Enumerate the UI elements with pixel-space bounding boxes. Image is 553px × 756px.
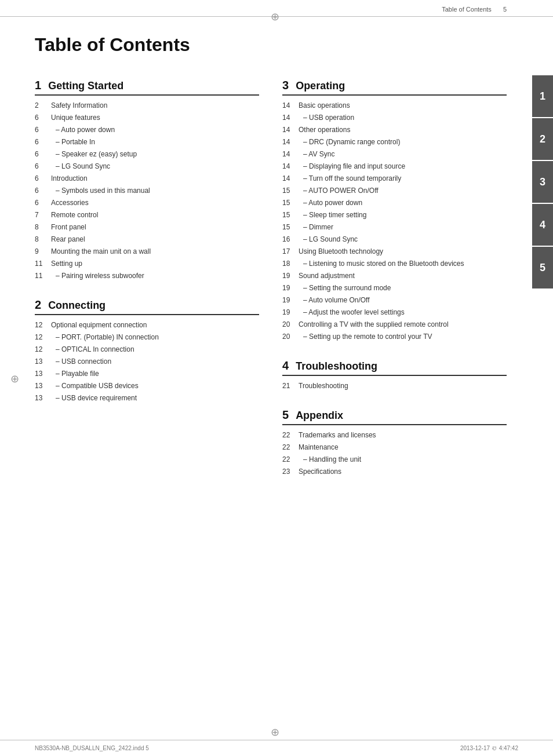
toc-entry: 14– DRC (Dynamic range control) xyxy=(282,137,507,147)
toc-entry-text: Using Bluetooth technology xyxy=(299,246,507,257)
footer-left: NB3530A-NB_DUSALLN_ENG_2422.indd 5 xyxy=(35,745,149,751)
toc-page-num: 13 xyxy=(35,368,51,379)
toc-page-num: 6 xyxy=(35,198,51,208)
toc-entry-text: Front panel xyxy=(51,222,259,232)
toc-entry: 20Controlling a TV with the supplied rem… xyxy=(282,319,507,330)
toc-page-num: 6 xyxy=(35,185,51,196)
toc-entry: 17Using Bluetooth technology xyxy=(282,246,507,257)
section-2: 2Connecting12Optional equipment connecti… xyxy=(35,298,259,403)
toc-entry: 22– Handling the unit xyxy=(282,454,507,465)
toc-page-num: 13 xyxy=(35,356,51,367)
toc-entry-text: – USB connection xyxy=(51,356,259,367)
toc-page-num: 14 xyxy=(282,173,299,184)
toc-entry-text: – Playable file xyxy=(51,368,259,379)
toc-left-column: 1Getting Started2Safety Information6Uniq… xyxy=(35,79,259,494)
footer-right: 2013-12-17 ꀀ 4:47:42 xyxy=(460,745,518,751)
toc-entry-text: – Setting the surround mode xyxy=(299,283,507,293)
toc-entry-text: – Setting up the remote to control your … xyxy=(299,331,507,342)
section-4: 4Troubleshooting21Troubleshooting xyxy=(282,359,507,391)
toc-entry: 19– Setting the surround mode xyxy=(282,283,507,293)
toc-entry-text: – Auto power down xyxy=(299,198,507,208)
toc-entry-text: Unique features xyxy=(51,112,259,123)
toc-page-num: 19 xyxy=(282,295,299,305)
toc-entry: 8Front panel xyxy=(35,222,259,232)
toc-entry-text: Maintenance xyxy=(299,442,507,452)
toc-page-num: 11 xyxy=(35,258,51,269)
toc-page-num: 14 xyxy=(282,100,299,111)
toc-entry: 13– USB device requirement xyxy=(35,393,259,403)
toc-entry-text: Other operations xyxy=(299,125,507,135)
toc-entry: 7Remote control xyxy=(35,210,259,220)
toc-entry: 22Maintenance xyxy=(282,442,507,452)
toc-entry: 15– Auto power down xyxy=(282,198,507,208)
toc-entry-text: – USB device requirement xyxy=(51,393,259,403)
section-header-4: 4Troubleshooting xyxy=(282,359,507,376)
toc-entry: 11Setting up xyxy=(35,258,259,269)
toc-page-num: 19 xyxy=(282,271,299,281)
toc-entry-text: – Symbols used in this manual xyxy=(51,185,259,196)
toc-entry: 19– Auto volume On/Off xyxy=(282,295,507,305)
toc-page-num: 20 xyxy=(282,319,299,330)
toc-entry-text: – PORT. (Portable) IN connection xyxy=(51,332,259,342)
toc-entry-text: Setting up xyxy=(51,258,259,269)
toc-page-num: 13 xyxy=(35,381,51,391)
toc-entry: 14– Displaying file and input source xyxy=(282,161,507,171)
toc-entry: 14Other operations xyxy=(282,125,507,135)
toc-page-num: 6 xyxy=(35,149,51,159)
toc-page-num: 15 xyxy=(282,222,299,232)
side-tab-5[interactable]: 5 xyxy=(532,247,553,288)
toc-page-num: 19 xyxy=(282,307,299,317)
toc-entry-text: – Auto volume On/Off xyxy=(299,295,507,305)
section-header-2: 2Connecting xyxy=(35,298,259,315)
toc-entry-text: – Handling the unit xyxy=(299,454,507,465)
toc-entry-text: Mounting the main unit on a wall xyxy=(51,246,259,257)
toc-entry-text: Optional equipment connection xyxy=(51,320,259,330)
toc-entry: 6– Speaker ez (easy) setup xyxy=(35,149,259,159)
toc-entry-text: – Portable In xyxy=(51,137,259,147)
toc-page-num: 14 xyxy=(282,112,299,123)
toc-page-num: 6 xyxy=(35,173,51,184)
toc-page-num: 2 xyxy=(35,100,51,111)
toc-entry: 6Introduction xyxy=(35,173,259,184)
toc-page-num: 18 xyxy=(282,258,299,269)
toc-entry-text: – USB operation xyxy=(299,112,507,123)
toc-entry: 23Specifications xyxy=(282,466,507,477)
toc-entry-text: – OPTICAL In connection xyxy=(51,344,259,355)
toc-page-num: 17 xyxy=(282,246,299,257)
side-tab-3[interactable]: 3 xyxy=(532,161,553,203)
toc-entry-text: – LG Sound Sync xyxy=(51,161,259,171)
section-title-5: Appendix xyxy=(296,410,343,422)
crosshair-left xyxy=(10,372,22,384)
toc-entry: 2Safety Information xyxy=(35,100,259,111)
section-title-2: Connecting xyxy=(48,300,105,312)
section-title-3: Operating xyxy=(296,80,345,92)
toc-entry-text: – Compatible USB devices xyxy=(51,381,259,391)
main-content: Table of Contents 1Getting Started2Safet… xyxy=(0,17,553,517)
toc-entry-text: Specifications xyxy=(299,466,507,477)
toc-entry-text: Trademarks and licenses xyxy=(299,430,507,440)
toc-right-column: 3Operating14Basic operations14– USB oper… xyxy=(282,79,507,494)
toc-entry-text: Accessories xyxy=(51,198,259,208)
toc-entry: 13– USB connection xyxy=(35,356,259,367)
toc-page-num: 22 xyxy=(282,442,299,452)
toc-page-num: 20 xyxy=(282,331,299,342)
toc-entry-text: Sound adjustment xyxy=(299,271,507,281)
side-tabs: 1 2 3 4 5 xyxy=(532,75,553,288)
toc-page-num: 8 xyxy=(35,222,51,232)
toc-entry: 6– LG Sound Sync xyxy=(35,161,259,171)
toc-entry-text: Safety Information xyxy=(51,100,259,111)
toc-entry: 20– Setting up the remote to control you… xyxy=(282,331,507,342)
toc-page-num: 23 xyxy=(282,466,299,477)
toc-entry: 6– Portable In xyxy=(35,137,259,147)
side-tab-4[interactable]: 4 xyxy=(532,204,553,246)
side-tab-2[interactable]: 2 xyxy=(532,118,553,160)
header-section: Table of Contents xyxy=(442,6,492,13)
toc-entry-text: – AUTO POWER On/Off xyxy=(299,185,507,196)
toc-page-num: 22 xyxy=(282,430,299,440)
toc-entry-text: – Speaker ez (easy) setup xyxy=(51,149,259,159)
toc-entry: 14– AV Sync xyxy=(282,149,507,159)
toc-entry-text: – Pairing wireless subwoofer xyxy=(51,271,259,281)
section-num-1: 1 xyxy=(35,79,41,92)
side-tab-1[interactable]: 1 xyxy=(532,75,553,117)
section-num-2: 2 xyxy=(35,298,41,312)
